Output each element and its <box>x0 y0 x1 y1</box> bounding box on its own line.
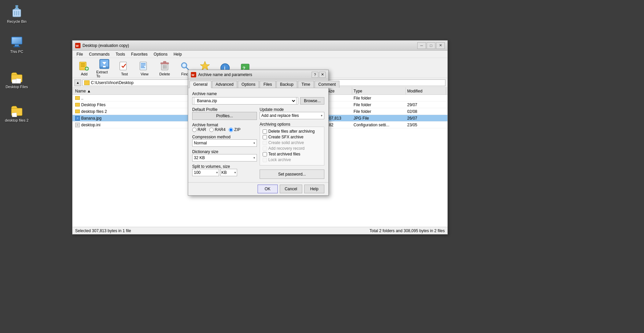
cancel-button[interactable]: Cancel <box>280 185 302 193</box>
radio-rar4[interactable]: RAR4 <box>209 127 225 132</box>
option-lock[interactable]: Lock archive <box>263 157 321 162</box>
browse-button[interactable]: Browse... <box>300 97 324 105</box>
folder-icon <box>84 80 90 85</box>
minimize-button[interactable]: ─ <box>417 42 426 49</box>
tab-files[interactable]: Files <box>260 81 275 88</box>
option-delete-files[interactable]: Delete files after archiving <box>263 129 321 134</box>
dictionary-select[interactable]: 4 KB 8 KB 16 KB 32 KB 64 KB 128 KB <box>192 154 257 161</box>
desktop-files-2-icon[interactable]: desktop files 2 <box>3 102 30 124</box>
close-button[interactable]: ✕ <box>436 42 445 49</box>
back-button[interactable]: ▲ <box>74 79 81 86</box>
set-password-button[interactable]: Set password... <box>260 170 324 179</box>
update-mode-select[interactable]: Add and replace files Update and add fil… <box>260 112 324 119</box>
tab-advanced[interactable]: Advanced <box>212 81 237 88</box>
two-col-section: Default Profile Profiles... Archive form… <box>192 107 324 179</box>
menu-help[interactable]: Help <box>171 51 184 57</box>
split-row: Split to volumes, size 100 50 200 ▼ <box>192 164 257 176</box>
svg-marker-45 <box>200 61 210 70</box>
archive-format-label: Archive format <box>192 123 218 127</box>
file-name: Desktop Files <box>81 103 106 107</box>
svg-rect-34 <box>141 66 144 67</box>
svg-rect-11 <box>12 38 21 44</box>
option-solid[interactable]: Create solid archive <box>263 140 321 145</box>
menu-commands[interactable]: Commands <box>86 51 112 57</box>
dialog-footer: OK Cancel Help <box>188 182 328 195</box>
create-sfx-label: Create SFX archive <box>268 135 304 139</box>
compression-label: Compression method <box>192 135 230 139</box>
this-pc-graphic <box>10 35 23 48</box>
test-toolbar-icon <box>119 61 130 71</box>
cell-type: Configuration setti... <box>352 123 406 127</box>
svg-rect-20 <box>81 63 85 64</box>
menu-file[interactable]: File <box>74 51 86 57</box>
view-label: View <box>141 72 149 76</box>
toolbar-test[interactable]: Test <box>115 59 134 77</box>
toolbar-extract[interactable]: Extract To <box>95 57 114 79</box>
dialog-help-btn[interactable]: ? <box>312 72 318 78</box>
col-type[interactable]: Type <box>352 87 406 94</box>
ok-button[interactable]: OK <box>258 185 278 193</box>
extract-toolbar-icon <box>99 59 110 69</box>
desktop-files-graphic <box>10 70 23 83</box>
archive-name-select[interactable]: Banana.zip <box>194 97 297 105</box>
menu-favorites[interactable]: Favorites <box>128 51 150 57</box>
split-value-select[interactable]: 100 50 200 <box>192 169 219 176</box>
tab-time[interactable]: Time <box>298 81 314 88</box>
rar-radio[interactable] <box>192 128 197 132</box>
radio-zip[interactable]: ZIP <box>229 127 240 132</box>
file-name: desktop files 2 <box>81 109 107 114</box>
cell-type: JPG File <box>352 116 406 121</box>
maximize-button[interactable]: □ <box>427 42 435 49</box>
profiles-button[interactable]: Profiles... <box>192 112 257 120</box>
cell-type: File folder <box>352 109 406 114</box>
status-right: Total 2 folders and 308,095 bytes in 2 f… <box>370 228 445 233</box>
compression-select[interactable]: Store Fastest Fast Normal Good Best <box>192 139 257 147</box>
dialog-titlebar: W Archive name and parameters ? ✕ <box>188 70 328 79</box>
cell-type: File folder <box>352 96 406 101</box>
toolbar-add[interactable]: Add <box>74 59 94 77</box>
this-pc-icon[interactable]: This PC <box>3 34 30 55</box>
help-button[interactable]: Help <box>304 185 324 193</box>
add-toolbar-icon <box>79 61 90 71</box>
test-label: Test archived files <box>268 152 300 156</box>
add-label: Add <box>81 72 88 76</box>
col-modified[interactable]: Modified <box>406 87 446 94</box>
dialog-content: Archive name Banana.zip Browse... Defaul… <box>188 88 328 182</box>
delete-label: Delete <box>159 72 170 76</box>
option-test[interactable]: Test archived files <box>263 152 321 156</box>
archive-name-row: Archive name Banana.zip Browse... <box>192 91 324 105</box>
option-create-sfx[interactable]: Create SFX archive <box>263 135 321 139</box>
archive-name-container: Banana.zip <box>192 97 298 105</box>
svg-rect-16 <box>12 113 17 117</box>
tab-general[interactable]: General <box>190 81 211 88</box>
radio-rar[interactable]: RAR <box>192 127 206 132</box>
option-recovery[interactable]: Add recovery record <box>263 146 321 151</box>
titlebar-buttons: ─ □ ✕ <box>417 42 445 49</box>
col-size[interactable]: Size <box>325 87 352 94</box>
recovery-checkbox[interactable] <box>263 146 267 151</box>
dialog-icon: W <box>191 72 196 77</box>
jpg-icon: J <box>75 116 80 121</box>
test-checkbox[interactable] <box>263 152 267 156</box>
lock-checkbox[interactable] <box>263 158 267 162</box>
dialog-close-btn[interactable]: ✕ <box>319 72 326 78</box>
status-bar: Selected 307,813 bytes in 1 file Total 2… <box>72 227 447 234</box>
find-label: Find <box>181 72 188 76</box>
tab-comment[interactable]: Comment <box>315 81 339 88</box>
recycle-bin-icon[interactable]: Recycle Bin <box>3 3 30 25</box>
svg-rect-35 <box>141 67 145 68</box>
rar4-radio[interactable] <box>209 128 214 132</box>
tab-options[interactable]: Options <box>238 81 259 88</box>
dialog-title-text: Archive name and parameters <box>198 72 252 77</box>
solid-checkbox[interactable] <box>263 141 267 145</box>
menu-options[interactable]: Options <box>151 51 170 57</box>
split-unit-select[interactable]: B KB MB GB <box>220 169 237 176</box>
create-sfx-checkbox[interactable] <box>263 135 267 139</box>
toolbar-view[interactable]: View <box>135 59 154 77</box>
zip-radio[interactable] <box>229 128 233 132</box>
delete-files-checkbox[interactable] <box>263 129 267 134</box>
desktop-files-icon[interactable]: Desktop Files <box>3 69 30 90</box>
menu-tools[interactable]: Tools <box>113 51 128 57</box>
toolbar-delete[interactable]: Delete <box>155 59 174 77</box>
tab-backup[interactable]: Backup <box>276 81 297 88</box>
